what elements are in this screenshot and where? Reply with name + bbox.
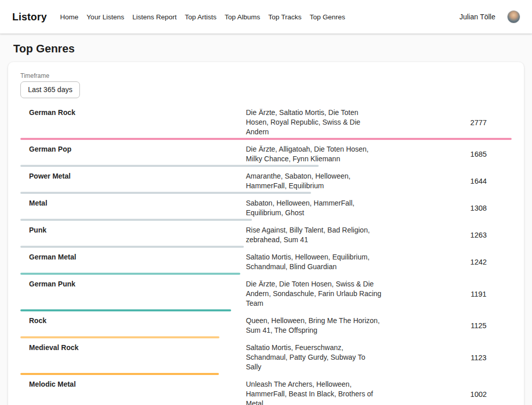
genre-bar — [20, 192, 311, 194]
genre-bar — [20, 165, 319, 167]
timeframe-label: Timeframe — [20, 72, 512, 79]
nav-link-top-albums[interactable]: Top Albums — [225, 13, 260, 21]
nav-link-top-tracks[interactable]: Top Tracks — [268, 13, 301, 21]
genre-artists: Die Ärzte, Die Toten Hosen, Swiss & Die … — [246, 279, 382, 308]
nav-link-home[interactable]: Home — [60, 13, 78, 21]
genre-name: Rock — [20, 316, 246, 326]
user-name: Julian Tölle — [459, 13, 495, 21]
genre-artists: Amaranthe, Sabaton, Helloween, HammerFal… — [246, 171, 382, 191]
timeframe-select[interactable]: Last 365 days — [20, 81, 80, 98]
user-menu: Julian Tölle — [459, 11, 520, 23]
genre-artists: Saltatio Mortis, Helloween, Equilibrium,… — [246, 252, 382, 272]
genre-artists: Saltatio Mortis, Feuerschwanz, Schandmau… — [246, 343, 382, 372]
genre-count: 1125 — [445, 322, 512, 330]
timeframe-control: Timeframe Last 365 days — [20, 72, 512, 98]
genre-bar — [20, 246, 244, 248]
genre-count: 1191 — [445, 290, 512, 298]
genre-artists: Queen, Helloween, Bring Me The Horizon, … — [246, 316, 382, 335]
genre-name: Metal — [20, 198, 246, 208]
genre-bar — [20, 336, 219, 338]
genre-count: 1123 — [445, 354, 512, 362]
genre-name: German Metal — [20, 252, 246, 262]
genre-row: Metal Sabaton, Helloween, HammerFall, Eq… — [20, 195, 512, 222]
genre-artists: Rise Against, Billy Talent, Bad Religion… — [246, 225, 382, 245]
genre-count: 1685 — [445, 150, 512, 158]
genre-bar — [20, 273, 240, 275]
genre-artists: Unleash The Archers, Helloween, HammerFa… — [246, 380, 382, 405]
genre-row: Punk Rise Against, Billy Talent, Bad Rel… — [20, 222, 512, 249]
genre-bar — [20, 309, 231, 311]
genre-artists: Sabaton, Helloween, HammerFall, Equilibr… — [246, 198, 382, 218]
genre-bar — [20, 373, 219, 375]
genre-artists: Die Ärzte, Alligatoah, Die Toten Hosen, … — [246, 144, 382, 164]
genre-count: 1644 — [445, 177, 512, 185]
nav-link-top-artists[interactable]: Top Artists — [185, 13, 216, 21]
genre-row: Power Metal Amaranthe, Sabaton, Hellowee… — [20, 168, 512, 195]
nav-link-listens-report[interactable]: Listens Report — [132, 13, 177, 21]
app-logo[interactable]: Listory — [12, 11, 47, 23]
genre-name: German Rock — [20, 108, 246, 118]
genre-count: 1308 — [445, 204, 512, 212]
genre-artists: Die Ärzte, Saltatio Mortis, Die Toten Ho… — [246, 108, 382, 137]
genre-name: Power Metal — [20, 171, 246, 181]
genre-count: 1242 — [445, 258, 512, 266]
genre-name: Melodic Metal — [20, 380, 246, 389]
nav-links: Home Your Listens Listens Report Top Art… — [60, 13, 459, 21]
nav-link-top-genres[interactable]: Top Genres — [310, 13, 345, 21]
top-nav: Listory Home Your Listens Listens Report… — [0, 0, 532, 34]
genre-row: German Pop Die Ärzte, Alligatoah, Die To… — [20, 141, 512, 168]
page-content: Top Genres Timeframe Last 365 days Germa… — [0, 42, 532, 405]
nav-link-your-listens[interactable]: Your Listens — [87, 13, 124, 21]
genre-name: Punk — [20, 225, 246, 235]
genre-count: 1263 — [445, 231, 512, 239]
genre-row: German Punk Die Ärzte, Die Toten Hosen, … — [20, 276, 512, 312]
genre-count: 2777 — [445, 119, 512, 127]
top-genres-card: Timeframe Last 365 days German Rock Die … — [8, 62, 524, 405]
genre-bar — [20, 138, 512, 140]
genre-bar — [20, 219, 252, 221]
genre-row: German Metal Saltatio Mortis, Helloween,… — [20, 249, 512, 276]
genre-name: Medieval Rock — [20, 343, 246, 353]
genre-row: Medieval Rock Saltatio Mortis, Feuerschw… — [20, 339, 512, 376]
genre-table: German Rock Die Ärzte, Saltatio Mortis, … — [20, 104, 512, 405]
genre-row: German Rock Die Ärzte, Saltatio Mortis, … — [20, 104, 512, 141]
genre-name: German Punk — [20, 279, 246, 289]
genre-row: Rock Queen, Helloween, Bring Me The Hori… — [20, 312, 512, 339]
avatar[interactable] — [508, 11, 520, 23]
genre-row: Melodic Metal Unleash The Archers, Hello… — [20, 376, 512, 405]
genre-count: 1002 — [445, 390, 512, 398]
genre-name: German Pop — [20, 144, 246, 154]
page-title: Top Genres — [13, 42, 519, 55]
